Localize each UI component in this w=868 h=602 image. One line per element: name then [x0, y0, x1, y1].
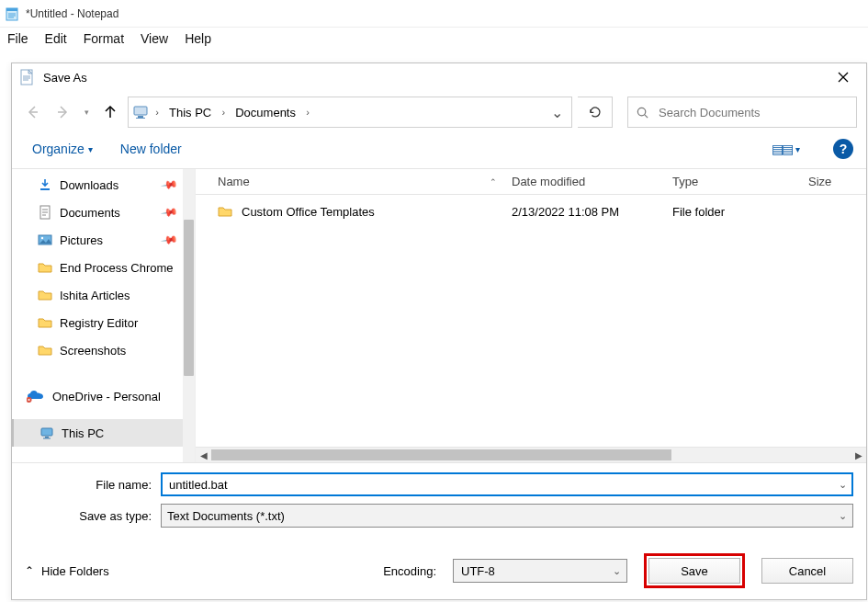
tree-label: Registry Editor: [60, 316, 138, 330]
address-dropdown[interactable]: ⌄: [546, 104, 568, 121]
menu-format[interactable]: Format: [84, 31, 124, 46]
tree-registry-editor[interactable]: Registry Editor: [12, 309, 195, 336]
chevron-right-icon: ›: [151, 107, 163, 118]
notepad-icon: [6, 6, 20, 21]
svg-point-26: [41, 237, 43, 239]
column-name[interactable]: Name ⌃: [210, 175, 504, 188]
row-name: Custom Office Templates: [242, 205, 375, 219]
list-rows: Custom Office Templates 2/13/2022 11:08 …: [196, 195, 866, 447]
tree-label: Screenshots: [60, 344, 126, 358]
scroll-left-icon[interactable]: ◀: [196, 448, 211, 462]
pin-icon: 📌: [160, 231, 178, 249]
folder-icon: [218, 204, 232, 219]
svg-rect-28: [41, 428, 52, 436]
tree-ishita-articles[interactable]: Ishita Articles: [12, 281, 195, 309]
column-type[interactable]: Type: [665, 175, 801, 188]
address-row: ▾ › This PC › Documents › ⌄: [12, 91, 866, 133]
chevron-down-icon[interactable]: ⌄: [613, 565, 621, 577]
menu-help[interactable]: Help: [185, 31, 211, 46]
tree-label: Ishita Articles: [60, 289, 130, 302]
breadcrumb-documents[interactable]: Documents: [231, 106, 299, 119]
tree-this-pc[interactable]: This PC: [12, 419, 195, 447]
chevron-down-icon[interactable]: ⌄: [839, 510, 847, 522]
svg-rect-29: [45, 437, 49, 438]
search-icon: [636, 106, 649, 119]
menu-edit[interactable]: Edit: [45, 31, 67, 46]
tree-onedrive[interactable]: OneDrive - Personal: [12, 382, 195, 410]
view-button[interactable]: ▤▤ ▾: [766, 140, 806, 158]
search-box[interactable]: [627, 97, 857, 128]
nav-tree: Downloads 📌 Documents 📌 Pictures 📌 End P…: [12, 169, 196, 462]
notepad-title: *Untitled - Notepad: [26, 7, 118, 20]
tree-screenshots[interactable]: Screenshots: [12, 336, 195, 364]
folder-icon: [38, 315, 52, 330]
refresh-icon: [588, 105, 603, 119]
view-icon: ▤▤: [772, 142, 792, 156]
toolbar: Organize ▾ New folder ▤▤ ▾ ?: [12, 133, 866, 169]
download-icon: [38, 177, 52, 192]
horizontal-scrollbar[interactable]: ◀ ▶: [196, 447, 866, 462]
tree-downloads[interactable]: Downloads 📌: [12, 171, 195, 199]
nav-up-button[interactable]: [98, 100, 122, 124]
encoding-value: UTF-8: [461, 564, 495, 578]
tree-scrollbar[interactable]: [183, 169, 195, 462]
help-button[interactable]: ?: [833, 139, 853, 159]
scroll-right-icon[interactable]: ▶: [851, 448, 866, 462]
close-button[interactable]: [824, 64, 862, 90]
arrow-right-icon: [55, 105, 70, 119]
menu-view[interactable]: View: [141, 31, 168, 46]
save-button[interactable]: Save: [648, 558, 740, 584]
saveastype-label: Save as type:: [25, 509, 161, 523]
breadcrumb-this-pc[interactable]: This PC: [165, 106, 215, 119]
column-name-label: Name: [218, 175, 250, 188]
hide-folders-button[interactable]: ⌃ Hide Folders: [25, 564, 109, 578]
scrollbar-thumb[interactable]: [184, 220, 194, 376]
list-row[interactable]: Custom Office Templates 2/13/2022 11:08 …: [210, 195, 866, 228]
dialog-title-bar: Save As: [12, 63, 866, 91]
tree-label: OneDrive - Personal: [52, 390, 161, 403]
menu-file[interactable]: File: [7, 31, 28, 46]
cancel-button[interactable]: Cancel: [761, 558, 853, 584]
scrollbar-thumb[interactable]: [211, 449, 671, 460]
organize-button[interactable]: Organize ▾: [32, 142, 93, 156]
arrow-up-icon: [103, 105, 118, 119]
svg-rect-15: [134, 107, 147, 115]
tree-end-process-chrome[interactable]: End Process Chrome: [12, 254, 195, 281]
tree-label: Downloads: [60, 178, 118, 192]
new-folder-button[interactable]: New folder: [120, 142, 182, 156]
column-date[interactable]: Date modified: [504, 175, 665, 188]
encoding-label: Encoding:: [383, 564, 436, 578]
encoding-combo[interactable]: UTF-8 ⌄: [453, 559, 627, 583]
save-as-dialog: Save As ▾ › This PC › Documents › ⌄: [11, 62, 867, 600]
svg-rect-17: [136, 118, 145, 119]
tree-documents[interactable]: Documents 📌: [12, 199, 195, 226]
dialog-title: Save As: [43, 71, 824, 85]
chevron-down-icon[interactable]: ⌄: [839, 479, 847, 491]
tree-label: This PC: [62, 426, 104, 440]
chevron-down-icon: ▾: [88, 144, 93, 154]
pc-icon: [39, 426, 54, 440]
tree-label: Pictures: [60, 233, 103, 247]
notepad-menu-bar: File Edit Format View Help: [0, 28, 868, 53]
filename-combo[interactable]: ⌄: [161, 472, 853, 496]
address-bar[interactable]: › This PC › Documents › ⌄: [128, 97, 572, 128]
refresh-button[interactable]: [578, 97, 613, 128]
svg-rect-20: [40, 188, 50, 190]
svg-line-19: [645, 114, 648, 117]
close-icon: [838, 72, 849, 83]
search-input[interactable]: [657, 105, 849, 120]
folder-icon: [38, 343, 52, 358]
filename-input[interactable]: [167, 477, 847, 493]
row-type: File folder: [665, 205, 801, 219]
tree-label: Documents: [60, 206, 120, 220]
tree-pictures[interactable]: Pictures 📌: [12, 226, 195, 254]
row-date: 2/13/2022 11:08 PM: [504, 205, 665, 219]
nav-recent-dropdown[interactable]: ▾: [80, 100, 93, 124]
pin-icon: 📌: [160, 176, 178, 194]
chevron-down-icon: ▾: [85, 108, 89, 117]
saveastype-combo[interactable]: Text Documents (*.txt) ⌄: [161, 504, 853, 528]
folder-icon: [38, 260, 52, 275]
hide-folders-label: Hide Folders: [41, 564, 109, 578]
notepad-title-bar: *Untitled - Notepad: [0, 0, 868, 28]
column-size[interactable]: Size: [801, 175, 856, 188]
